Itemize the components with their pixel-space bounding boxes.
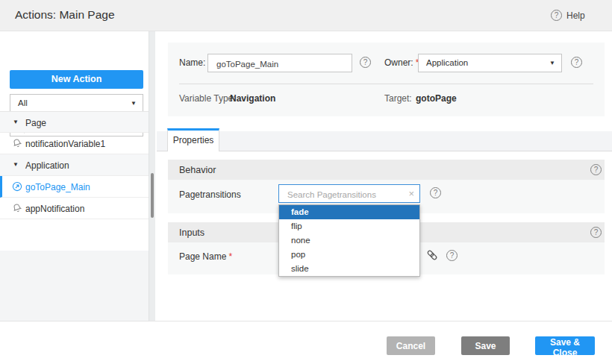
chevron-down-icon: ▼ <box>13 119 19 125</box>
variable-type-label: Variable Type: <box>179 93 236 104</box>
notification-icon <box>12 138 22 151</box>
chevron-down-icon: ▼ <box>13 162 19 168</box>
page-title: Actions: Main Page <box>15 8 115 22</box>
tree-item-label: notificationVariable1 <box>25 139 105 149</box>
owner-label-text: Owner: <box>384 57 413 68</box>
target-label: Target: <box>384 93 412 104</box>
target-value: gotoPage <box>416 93 457 104</box>
tab-properties[interactable]: Properties <box>167 128 219 151</box>
tree-item-goToPage-Main[interactable]: goToPage_Main <box>0 176 149 198</box>
tree-group-application[interactable]: ▼ Application <box>0 154 149 176</box>
tree-group-page[interactable]: ▼ Page <box>0 111 149 133</box>
chevron-down-icon: ▼ <box>131 101 137 107</box>
cancel-button[interactable]: Cancel <box>387 336 435 355</box>
required-marker: * <box>228 251 232 262</box>
dropdown-option-none[interactable]: none <box>279 233 419 248</box>
behavior-section-title: Behavior <box>179 165 216 175</box>
name-label: Name:* <box>179 57 211 68</box>
clear-icon[interactable]: × <box>408 188 414 199</box>
pagetransitions-label: Pagetransitions <box>179 189 241 200</box>
behavior-section-header: Behavior ? <box>168 160 605 180</box>
actions-editor-window: Actions: Main Page ? Help New Action All… <box>0 0 612 364</box>
header-bar: Actions: Main Page ? Help <box>0 0 612 31</box>
inputs-help-icon[interactable]: ? <box>590 227 602 238</box>
variable-type-value: Navigation <box>230 93 275 104</box>
tree-group-label: Application <box>25 160 69 171</box>
page-name-label: Page Name* <box>179 251 232 262</box>
pagetransitions-search-input[interactable] <box>286 186 405 202</box>
tree-item-label: appNotification <box>25 204 84 214</box>
save-button[interactable]: Save <box>461 336 510 355</box>
inputs-section-title: Inputs <box>179 228 204 238</box>
tree-item-appNotification[interactable]: appNotification <box>0 198 149 219</box>
pagetransitions-field[interactable]: × <box>278 184 420 203</box>
tab-strip <box>157 131 612 151</box>
dropdown-option-fade[interactable]: fade <box>279 205 419 219</box>
chevron-down-icon: ▼ <box>549 60 555 66</box>
filter-select-value: All <box>18 98 28 107</box>
help-icon[interactable]: ? <box>551 10 562 21</box>
owner-label: Owner:* <box>384 57 419 68</box>
notification-icon <box>12 203 22 216</box>
tree-group-label: Page <box>25 118 46 128</box>
card-divider <box>179 84 593 84</box>
owner-help-icon[interactable]: ? <box>571 57 582 68</box>
name-field[interactable] <box>207 54 352 72</box>
name-help-icon[interactable]: ? <box>360 57 371 68</box>
dropdown-option-slide[interactable]: slide <box>279 262 419 276</box>
name-label-text: Name: <box>179 57 205 68</box>
name-input[interactable] <box>215 56 340 72</box>
action-details-card: Name:* ? Owner:* Application ▼ ? Variabl… <box>168 43 605 116</box>
tree-item-label: goToPage_Main <box>25 182 90 192</box>
new-action-button[interactable]: New Action <box>10 70 143 89</box>
footer-bar: Cancel Save Save & Close <box>0 321 612 364</box>
tree-item-notificationVariable1[interactable]: notificationVariable1 <box>0 133 149 154</box>
owner-select[interactable]: Application ▼ <box>418 54 562 72</box>
sidebar-scrollbar-thumb[interactable] <box>151 173 154 218</box>
page-name-label-text: Page Name <box>179 251 226 262</box>
pagetransitions-help-icon[interactable]: ? <box>430 187 441 198</box>
page-name-help-icon[interactable]: ? <box>446 250 458 261</box>
help-link[interactable]: Help <box>566 10 585 21</box>
goto-page-icon <box>12 181 22 195</box>
behavior-help-icon[interactable]: ? <box>590 164 602 175</box>
save-and-close-button[interactable]: Save & Close <box>535 336 595 355</box>
sidebar: New Action All ▼ ▼ Page notificationVari… <box>0 31 149 321</box>
owner-select-value: Application <box>426 58 468 67</box>
dropdown-option-pop[interactable]: pop <box>279 248 419 262</box>
filter-select[interactable]: All ▼ <box>10 94 143 113</box>
pagetransitions-dropdown: fade flip none pop slide <box>278 204 420 277</box>
link-icon[interactable] <box>426 249 438 264</box>
dropdown-option-flip[interactable]: flip <box>279 219 419 233</box>
